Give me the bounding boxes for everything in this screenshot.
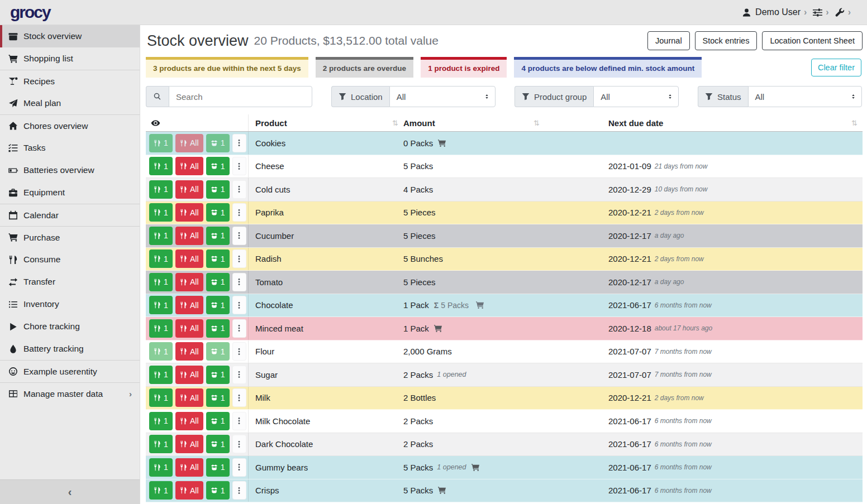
user-menu[interactable]: Demo User xyxy=(742,7,801,17)
consume-all-button[interactable]: All xyxy=(175,157,203,175)
row-menu-button[interactable] xyxy=(232,157,246,175)
consume-1-button[interactable]: 1 xyxy=(149,296,173,314)
mark-opened-button[interactable]: 1 xyxy=(206,342,230,361)
app-logo[interactable]: grocy xyxy=(10,3,50,22)
mark-opened-button[interactable]: 1 xyxy=(206,296,230,314)
mark-opened-button[interactable]: 1 xyxy=(206,157,230,175)
sidebar-item-chores-overview[interactable]: Chores overview xyxy=(0,114,140,137)
mark-opened-button[interactable]: 1 xyxy=(206,435,230,453)
sort-icon[interactable]: ⇅ xyxy=(851,119,858,127)
consume-1-button[interactable]: 1 xyxy=(149,342,173,361)
consume-all-button[interactable]: All xyxy=(175,412,203,430)
row-menu-button[interactable] xyxy=(232,412,246,430)
mark-opened-button[interactable]: 1 xyxy=(206,388,230,407)
consume-1-button[interactable]: 1 xyxy=(149,481,173,500)
mark-opened-button[interactable]: 1 xyxy=(206,366,230,384)
consume-all-button[interactable]: All xyxy=(175,481,203,500)
row-menu-button[interactable] xyxy=(232,249,246,268)
mark-opened-button[interactable]: 1 xyxy=(206,203,230,222)
sort-icon[interactable]: ⇅ xyxy=(392,119,398,127)
sidebar-item-consume[interactable]: Consume xyxy=(0,248,140,271)
sidebar-item-tasks[interactable]: Tasks xyxy=(0,137,140,159)
consume-all-button[interactable]: All xyxy=(175,134,203,152)
column-header-next-due-date[interactable]: Next due date ⇅ xyxy=(545,114,863,131)
location-select[interactable]: All xyxy=(389,86,496,107)
row-menu-button[interactable] xyxy=(232,203,246,222)
row-menu-button[interactable] xyxy=(232,388,246,407)
consume-1-button[interactable]: 1 xyxy=(149,227,173,245)
sidebar-item-battery-tracking[interactable]: Battery tracking xyxy=(0,338,140,360)
banner-overdue[interactable]: 2 products are overdue xyxy=(316,57,413,78)
column-header-amount[interactable]: Amount ⇅ xyxy=(403,114,545,131)
status-select[interactable]: All xyxy=(748,86,862,107)
product-group-select[interactable]: All xyxy=(593,86,679,107)
row-menu-button[interactable] xyxy=(232,227,246,245)
consume-all-button[interactable]: All xyxy=(175,296,203,314)
admin-menu[interactable] xyxy=(835,8,845,17)
consume-all-button[interactable]: All xyxy=(175,273,203,291)
consume-1-button[interactable]: 1 xyxy=(149,157,173,175)
mark-opened-button[interactable]: 1 xyxy=(206,249,230,268)
row-menu-button[interactable] xyxy=(232,435,246,453)
consume-1-button[interactable]: 1 xyxy=(149,388,173,407)
row-menu-button[interactable] xyxy=(232,481,246,500)
clear-filter-button[interactable]: Clear filter xyxy=(811,59,861,76)
sidebar-item-chore-tracking[interactable]: Chore tracking xyxy=(0,315,140,338)
mark-opened-button[interactable]: 1 xyxy=(206,273,230,291)
mark-opened-button[interactable]: 1 xyxy=(206,412,230,430)
search-input[interactable] xyxy=(169,86,312,107)
consume-1-button[interactable]: 1 xyxy=(149,366,173,384)
row-menu-button[interactable] xyxy=(232,180,246,199)
eye-icon[interactable] xyxy=(151,118,160,128)
consume-all-button[interactable]: All xyxy=(175,388,203,407)
sidebar-item-example-userentity[interactable]: Example userentity xyxy=(0,360,140,382)
consume-all-button[interactable]: All xyxy=(175,342,203,361)
location-filter[interactable]: LocationAll xyxy=(331,86,496,107)
row-menu-button[interactable] xyxy=(232,134,246,152)
sidebar-item-stock-overview[interactable]: Stock overview xyxy=(0,25,140,47)
mark-opened-button[interactable]: 1 xyxy=(206,481,230,500)
journal-button[interactable]: Journal xyxy=(647,31,690,50)
consume-all-button[interactable]: All xyxy=(175,203,203,222)
consume-1-button[interactable]: 1 xyxy=(149,458,173,477)
row-menu-button[interactable] xyxy=(232,296,246,314)
sort-icon[interactable]: ⇅ xyxy=(533,119,540,127)
sidebar-item-shopping-list[interactable]: Shopping list xyxy=(0,47,140,70)
consume-all-button[interactable]: All xyxy=(175,435,203,453)
sidebar-item-inventory[interactable]: Inventory xyxy=(0,293,140,315)
product-group-filter[interactable]: Product groupAll xyxy=(515,86,679,107)
row-menu-button[interactable] xyxy=(232,458,246,477)
settings-menu[interactable] xyxy=(813,8,822,17)
consume-1-button[interactable]: 1 xyxy=(149,435,173,453)
consume-all-button[interactable]: All xyxy=(175,458,203,477)
stock-entries-button[interactable]: Stock entries xyxy=(695,31,758,50)
row-menu-button[interactable] xyxy=(232,273,246,291)
consume-all-button[interactable]: All xyxy=(175,227,203,245)
mark-opened-button[interactable]: 1 xyxy=(206,180,230,199)
sidebar-item-recipes[interactable]: Recipes xyxy=(0,70,140,92)
sidebar-collapse-button[interactable]: ‹ xyxy=(0,479,140,504)
mark-opened-button[interactable]: 1 xyxy=(206,458,230,477)
consume-1-button[interactable]: 1 xyxy=(149,180,173,199)
sidebar-item-batteries-overview[interactable]: Batteries overview xyxy=(0,159,140,181)
consume-all-button[interactable]: All xyxy=(175,366,203,384)
row-menu-button[interactable] xyxy=(232,319,246,338)
consume-1-button[interactable]: 1 xyxy=(149,273,173,291)
mark-opened-button[interactable]: 1 xyxy=(206,134,230,152)
status-filter[interactable]: StatusAll xyxy=(698,86,862,107)
consume-1-button[interactable]: 1 xyxy=(149,134,173,152)
consume-1-button[interactable]: 1 xyxy=(149,203,173,222)
banner-expired[interactable]: 1 product is expired xyxy=(421,57,507,78)
mark-opened-button[interactable]: 1 xyxy=(206,319,230,338)
sidebar-item-meal-plan[interactable]: Meal plan xyxy=(0,92,140,114)
location-content-sheet-button[interactable]: Location Content Sheet xyxy=(762,31,863,50)
sidebar-item-manage-master-data[interactable]: Manage master data› xyxy=(0,382,140,405)
banner-below-min[interactable]: 4 products are below defined min. stock … xyxy=(514,57,702,78)
consume-all-button[interactable]: All xyxy=(175,249,203,268)
sidebar-item-transfer[interactable]: Transfer xyxy=(0,271,140,293)
consume-all-button[interactable]: All xyxy=(175,180,203,199)
banner-due-soon[interactable]: 3 products are due within the next 5 day… xyxy=(146,57,308,78)
row-menu-button[interactable] xyxy=(232,366,246,384)
consume-1-button[interactable]: 1 xyxy=(149,319,173,338)
consume-1-button[interactable]: 1 xyxy=(149,412,173,430)
